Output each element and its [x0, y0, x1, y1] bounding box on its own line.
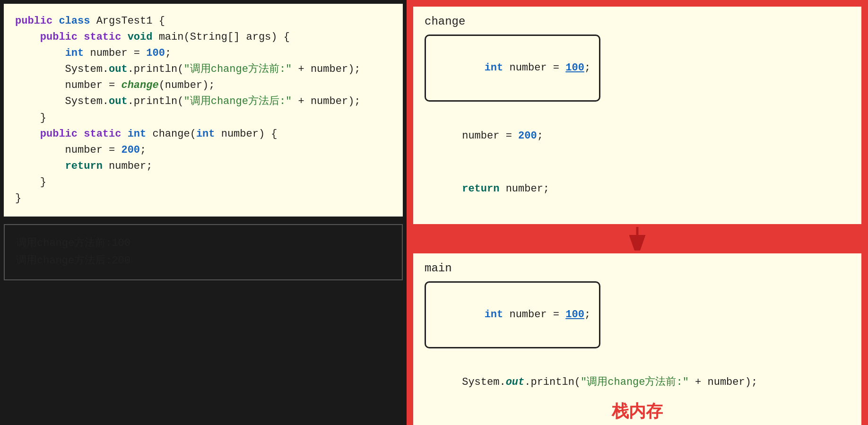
code-content: public class ArgsTest1 { public static v…: [15, 13, 391, 207]
change-highlighted-box: int number = 100;: [425, 35, 600, 102]
code-line: number = 200;: [15, 142, 391, 158]
change-line2: return number;: [425, 162, 850, 215]
main-number-var: number =: [509, 309, 565, 321]
change-frame: change int number = 100; number = 200; r…: [413, 7, 861, 224]
change-return-number: number;: [506, 183, 549, 195]
change-number-var: number =: [509, 62, 565, 74]
left-panel: public class ArgsTest1 { public static v…: [0, 0, 407, 425]
out-kw-main: out: [506, 376, 525, 388]
main-frame-title: main: [425, 262, 850, 275]
change-number-val: 100: [565, 62, 584, 74]
arrow-svg: [410, 227, 864, 251]
code-line: public static void main(String[] args) {: [15, 29, 391, 45]
code-line: System.out.println("调用change方法后:" + numb…: [15, 94, 391, 110]
int-kw-change: int: [485, 62, 510, 74]
return-kw-change: return: [462, 183, 505, 195]
code-line: public static int change(int number) {: [15, 126, 391, 142]
console-line1: 调用change方法前:100: [16, 234, 391, 252]
code-line: int number = 100;: [15, 45, 391, 61]
change-line1: number = 200;: [425, 109, 850, 162]
code-line: return number;: [15, 158, 391, 174]
int-kw-main: int: [485, 309, 510, 321]
code-line: System.out.println("调用change方法前:" + numb…: [15, 61, 391, 78]
main-number-val: 100: [565, 309, 584, 321]
code-line: public class ArgsTest1 {: [15, 13, 391, 29]
change-highlighted-line: int number = 100;: [434, 62, 590, 91]
console-output: 调用change方法前:100 调用change方法后:200: [4, 224, 403, 280]
stack-memory-label: 栈内存: [612, 400, 663, 423]
change-frame-title: change: [425, 15, 850, 28]
change-200-val: 200: [518, 130, 537, 142]
arrow-area: [410, 227, 864, 251]
code-line: }: [15, 191, 391, 207]
main-highlighted-box: int number = 100;: [425, 281, 600, 348]
main-highlighted-line: int number = 100;: [434, 309, 590, 338]
code-line: number = change(number);: [15, 78, 391, 94]
code-line: }: [15, 174, 391, 191]
code-line: }: [15, 110, 391, 126]
code-editor: public class ArgsTest1 { public static v…: [4, 4, 403, 217]
console-line2: 调用change方法后:200: [16, 252, 391, 269]
main-frame: main int number = 100; System.out.printl…: [413, 253, 861, 425]
stack-memory-panel: change int number = 100; number = 200; r…: [407, 0, 868, 425]
main-str1: "调用change方法前:": [581, 376, 689, 388]
